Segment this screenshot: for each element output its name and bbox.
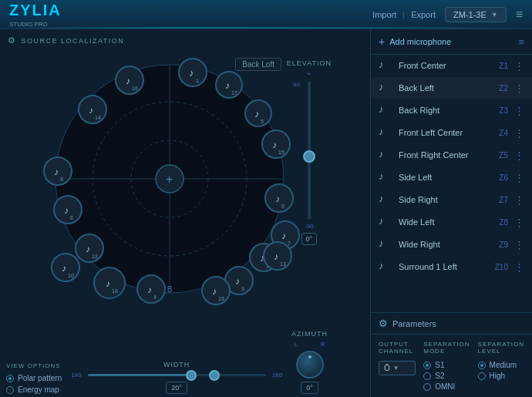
channel-item[interactable]: ♪ Front Right Center Z5 ⋮	[371, 144, 532, 167]
channel-item[interactable]: ♪ Wide Left Z8 ⋮	[371, 211, 532, 234]
mic-node-16[interactable]: ♪ 16	[116, 66, 143, 94]
sep-mode-radio[interactable]	[423, 372, 431, 380]
mic-icon: ♪	[379, 215, 392, 229]
parameters-header[interactable]: ⚙ Parameters	[371, 312, 532, 335]
svg-text:3: 3	[241, 286, 244, 291]
gear-icon: ⚙	[8, 35, 17, 45]
svg-text:B: B	[167, 285, 173, 294]
mic-node-4[interactable]: ♪ 4	[137, 275, 165, 303]
svg-text:♪: ♪	[126, 76, 130, 86]
channel-menu-icon[interactable]: ⋮	[514, 60, 524, 72]
polar-svg: ♪ 1 ♪ 17 ♪ 5 ♪ 1	[15, 52, 324, 306]
channel-menu-icon[interactable]: ⋮	[514, 261, 524, 273]
params-icon: ⚙	[379, 318, 388, 329]
channel-item[interactable]: ♪ Side Left Z6 ⋮	[371, 167, 532, 189]
add-microphone-row: + Add microphone ≡	[371, 29, 532, 55]
svg-text:♪: ♪	[86, 244, 90, 254]
channel-item[interactable]: ♪ Back Left Z2 ⋮	[371, 77, 532, 99]
svg-text:13: 13	[280, 261, 286, 267]
energy-map-option[interactable]: Energy map	[6, 385, 62, 394]
filter-icon[interactable]: ≡	[518, 36, 524, 48]
logo-text: ZYLIA STUDIO PRO	[9, 2, 62, 28]
mic-node-1[interactable]: ♪ 1	[179, 59, 207, 86]
export-link[interactable]: Export	[411, 10, 436, 19]
channel-menu-icon[interactable]: ⋮	[514, 82, 524, 94]
output-channel-col: OUTPUT CHANNEL Ö ▼	[379, 341, 416, 391]
azimuth-control: AZIMUTH L R 0°	[291, 330, 328, 394]
sep-level-option[interactable]: High	[478, 372, 524, 380]
width-track	[88, 374, 266, 376]
mic-node-15[interactable]: ♪ 15	[262, 130, 290, 158]
svg-text:12: 12	[92, 254, 98, 259]
azimuth-knob[interactable]	[296, 351, 324, 378]
separation-level-col: SEPARATION LEVEL Medium High	[478, 341, 524, 391]
header-right: Import | Export ZM-1-3E ▼ ≡	[372, 7, 523, 22]
plus-icon: +	[379, 35, 385, 48]
sep-level-option[interactable]: Medium	[478, 361, 524, 369]
width-thumb-right[interactable]	[209, 370, 220, 381]
channel-item[interactable]: ♪ Front Left Center Z4 ⋮	[371, 122, 532, 144]
channel-menu-icon[interactable]: ⋮	[514, 150, 524, 161]
svg-text:♪: ♪	[235, 276, 240, 287]
svg-text:♪: ♪	[254, 109, 259, 119]
menu-icon[interactable]: ≡	[516, 8, 523, 22]
mic-node-17[interactable]: ♪ 17	[216, 72, 242, 98]
channel-item[interactable]: ♪ Front Center Z1 ⋮	[371, 55, 532, 77]
svg-text:+: +	[166, 173, 173, 186]
channel-menu-icon[interactable]: ⋮	[514, 172, 524, 183]
mic-node-14[interactable]: ♪ 14	[79, 96, 106, 123]
channel-menu-icon[interactable]: ⋮	[514, 105, 524, 116]
svg-text:♪: ♪	[106, 278, 110, 289]
main-layout: ⚙ SOURCE LOCALIZATION ♪ 1	[0, 29, 532, 397]
mic-node-19[interactable]: ♪ 19	[202, 277, 230, 304]
channel-menu-icon[interactable]: ⋮	[514, 217, 524, 228]
mic-node-12[interactable]: ♪ 12	[76, 234, 103, 262]
mic-node-10[interactable]: ♪ 10	[52, 254, 79, 281]
view-options: VIEW OPTIONS Polar pattern Energy map	[6, 362, 62, 394]
channel-item[interactable]: ♪ Surround 1 Left Z10 ⋮	[371, 256, 532, 278]
section-title: ⚙ SOURCE LOCALIZATION	[8, 35, 362, 45]
channel-menu-icon[interactable]: ⋮	[514, 127, 524, 139]
polar-radio[interactable]	[6, 375, 14, 382]
width-thumb-left[interactable]	[186, 370, 197, 381]
mic-icon: ♪	[379, 193, 392, 207]
svg-text:15: 15	[278, 150, 285, 155]
sep-mode-option[interactable]: S2	[423, 372, 470, 380]
channel-item[interactable]: ♪ Side Right Z7 ⋮	[371, 189, 532, 211]
device-selector[interactable]: ZM-1-3E ▼	[445, 7, 507, 22]
mic-node-18[interactable]: ♪ 18	[94, 267, 125, 298]
mic-icon: ♪	[379, 103, 392, 117]
mic-node-6[interactable]: ♪ 6	[54, 196, 82, 224]
energy-radio[interactable]	[6, 386, 14, 394]
sep-mode-option[interactable]: OMNI	[423, 382, 470, 391]
mic-icon: ♪	[379, 81, 392, 95]
output-channel-select[interactable]: Ö ▼	[379, 361, 416, 375]
channel-item[interactable]: ♪ Back Right Z3 ⋮	[371, 99, 532, 122]
sep-level-radio[interactable]	[478, 372, 486, 380]
mic-node-5[interactable]: ♪ 5	[245, 100, 271, 126]
svg-text:8: 8	[60, 177, 63, 182]
elevation-value: 0°	[301, 233, 318, 245]
parameters-body: OUTPUT CHANNEL Ö ▼ SEPARATION MODE S1 S2…	[371, 335, 532, 397]
polar-pattern-option[interactable]: Polar pattern	[6, 374, 62, 382]
svg-text:14: 14	[95, 115, 101, 120]
width-fill	[88, 374, 195, 376]
mic-node-8[interactable]: ♪ 8	[44, 157, 72, 185]
svg-text:♪: ♪	[212, 286, 217, 297]
svg-text:4: 4	[153, 294, 157, 300]
add-microphone-button[interactable]: + Add microphone	[379, 35, 451, 48]
import-link[interactable]: Import	[372, 10, 396, 19]
sep-mode-radio[interactable]	[423, 383, 431, 391]
channel-menu-icon[interactable]: ⋮	[514, 194, 524, 206]
elevation-thumb[interactable]	[303, 150, 315, 163]
mic-node-13b[interactable]: ♪ 13	[264, 242, 291, 270]
sep-mode-radio[interactable]	[423, 362, 431, 369]
sep-mode-option[interactable]: S1	[423, 361, 470, 369]
polar-center-button[interactable]: +	[156, 165, 184, 193]
sep-level-radio[interactable]	[478, 362, 486, 369]
channel-menu-icon[interactable]: ⋮	[514, 239, 524, 251]
channel-item[interactable]: ♪ Wide Right Z9 ⋮	[371, 234, 532, 256]
width-slider-row: 180 180	[71, 372, 282, 378]
svg-text:13: 13	[18, 57, 24, 62]
mic-icon: ♪	[379, 126, 392, 140]
